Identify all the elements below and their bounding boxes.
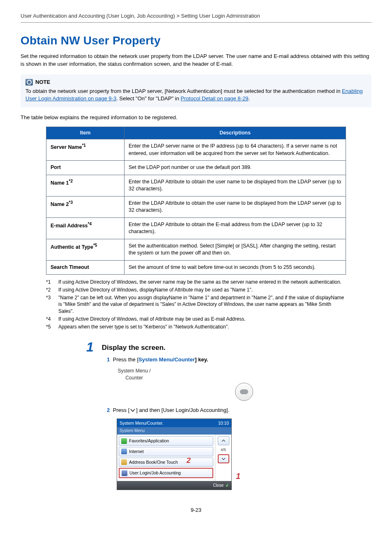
table-row: Authentic at Type*5Set the authenticatio…	[46, 239, 346, 260]
footnote-text: If using Active Directory of Windows, th…	[58, 279, 341, 286]
scroll-down-button[interactable]	[218, 454, 229, 463]
note-body: To obtain the network user property from…	[25, 88, 367, 102]
footnotes: *1If using Active Directory of Windows, …	[46, 279, 346, 331]
step-title: Display the screen.	[102, 343, 166, 353]
substep-2: 2 Press [] and then [User Login/Job Acco…	[107, 407, 371, 414]
footnote: *3"Name 2" can be left out. When you ass…	[46, 294, 346, 315]
footnote-tag: *5	[46, 324, 53, 331]
footnote-tag: *3	[46, 294, 53, 315]
substep-1: 1 Press the [System Menu/Counter] key.	[107, 356, 371, 363]
intro-paragraph: Set the required information to obtain t…	[21, 53, 371, 67]
table-row: PortSet the LDAP port number or use the …	[46, 161, 346, 175]
footnote-tag: *2	[46, 287, 53, 294]
table-cell-desc: Enter the LDAP server name or the IP add…	[125, 139, 346, 161]
table-cell-item: Name 2*3	[46, 196, 125, 217]
step-number: 1	[86, 340, 94, 354]
page-indicator: 4/5	[221, 447, 226, 452]
table-cell-desc: Set the authentication method. Select [S…	[125, 239, 346, 260]
table-cell-item: Name 1*2	[46, 175, 125, 196]
footnote: *1If using Active Directory of Windows, …	[46, 279, 346, 286]
callout-1: 1	[236, 470, 240, 482]
page-title: Obtain NW User Property	[21, 32, 371, 49]
note-text-post: .	[248, 95, 250, 102]
menu-item[interactable]: Internet	[119, 447, 213, 456]
table-cell-item: Server Name*1	[46, 139, 125, 161]
table-row: Server Name*1Enter the LDAP server name …	[46, 139, 346, 161]
screen-subbar: System Menu	[117, 427, 231, 435]
menu-item-icon	[122, 470, 127, 476]
table-row: Name 1*2Enter the LDAP Attribute to obta…	[46, 175, 346, 196]
th-item: Item	[46, 127, 125, 139]
menu-item[interactable]: Address Book/One Touch	[119, 458, 213, 467]
menu-item-label: Address Book/One Touch	[129, 459, 178, 465]
footnote-tag: *1	[46, 279, 53, 286]
table-cell-desc: Enter the LDAP Attribute to obtain the u…	[125, 196, 346, 217]
table-cell-item: Search Timeout	[46, 260, 125, 275]
note-text-mid: . Select "On" for "LDAP" in	[116, 95, 180, 102]
table-cell-desc: Enter the LDAP Attribute to obtain the u…	[125, 175, 346, 196]
page-number: 9-23	[21, 506, 371, 514]
step-1-header: 1 Display the screen.	[86, 340, 371, 354]
table-row: Name 2*3Enter the LDAP Attribute to obta…	[46, 196, 346, 217]
screen-mock: System Menu/Counter. 10:10 System Menu F…	[117, 419, 232, 490]
footnote-text: Appears when the server type is set to "…	[58, 324, 229, 331]
footnote: *5Appears when the server type is set to…	[46, 324, 346, 331]
footnote-text: "Name 2" can be left out. When you assig…	[58, 294, 346, 315]
screen-time: 10:10	[218, 420, 229, 426]
menu-item-icon	[121, 438, 127, 444]
substep-1-kbd: System Menu/Counter	[138, 356, 195, 363]
scroll-up-button[interactable]	[218, 436, 229, 445]
note-link-2[interactable]: Protocol Detail on page 8-29	[181, 95, 249, 102]
note-text-pre: To obtain the network user property from…	[25, 88, 342, 94]
table-cell-item: Port	[46, 161, 125, 175]
note-box: NOTE To obtain the network user property…	[21, 74, 371, 108]
menu-item-label: Internet	[129, 449, 144, 455]
footnote-tag: *4	[46, 316, 53, 323]
footnote-text: If using Active Directory of Windows, di…	[58, 287, 253, 294]
breadcrumb: User Authentication and Accounting (User…	[21, 12, 371, 23]
note-label: NOTE	[35, 79, 50, 86]
keycap-label-2: Counter	[117, 375, 152, 382]
table-cell-desc: Set the amount of time to wait before ti…	[125, 260, 346, 275]
keycap-label-1: System Menu /	[117, 368, 152, 375]
footnote: *2If using Active Directory of Windows, …	[46, 287, 346, 294]
menu-item-icon	[121, 459, 127, 465]
table-cell-desc: Enter the LDAP Attribute to obtain the E…	[125, 217, 346, 239]
screen-mock-wrap: System Menu/Counter. 10:10 System Menu F…	[117, 419, 240, 490]
table-row: E-mail Address*4Enter the LDAP Attribute…	[46, 217, 346, 239]
pre-table-text: The table below explains the required in…	[21, 114, 371, 121]
substep-2-pre: Press [	[113, 407, 129, 413]
footnote-text: If using Active Directory of Windows, ma…	[58, 316, 246, 323]
menu-item[interactable]: User Login/Job Accounting	[119, 468, 213, 478]
footnote: *4If using Active Directory of Windows, …	[46, 316, 346, 323]
spec-table: Item Descriptions Server Name*1Enter the…	[46, 127, 346, 275]
table-cell-desc: Set the LDAP port number or use the defa…	[125, 161, 346, 175]
close-button[interactable]: Close	[213, 483, 224, 488]
substep-2-post: ] and then [User Login/Job Accounting].	[136, 407, 229, 413]
screen-title: System Menu/Counter.	[120, 420, 164, 426]
note-icon	[25, 79, 33, 86]
keycap-illustration: System Menu / Counter	[117, 368, 371, 401]
menu-item-icon	[121, 449, 127, 454]
menu-item-label: User Login/Job Accounting	[129, 470, 181, 476]
substep-2-num: 2	[107, 407, 110, 413]
th-desc: Descriptions	[125, 127, 346, 139]
menu-item-label: Favorites/Application	[129, 438, 169, 444]
table-cell-item: E-mail Address*4	[46, 217, 125, 239]
menu-item[interactable]: Favorites/Application	[119, 436, 213, 446]
enter-icon: ↲	[225, 482, 229, 488]
chevron-down-icon	[129, 407, 136, 413]
substep-1-post: ] key.	[195, 356, 208, 363]
table-cell-item: Authentic at Type*5	[46, 239, 125, 260]
substep-1-num: 1	[107, 356, 110, 363]
table-row: Search TimeoutSet the amount of time to …	[46, 260, 346, 275]
keycap-button	[235, 383, 253, 401]
substep-1-pre: Press the [	[113, 356, 138, 363]
